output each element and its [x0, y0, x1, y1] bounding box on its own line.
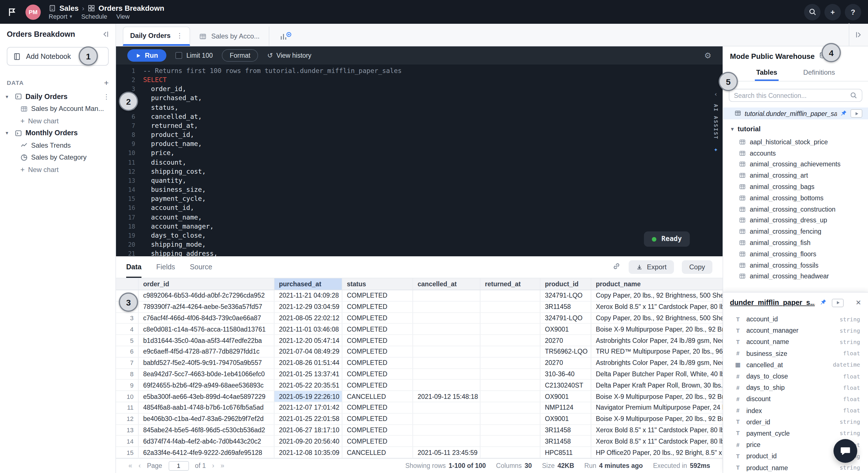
- table-list-item[interactable]: aapl_historical_stock_price: [723, 136, 868, 148]
- kebab-menu-icon[interactable]: ⋮: [103, 93, 110, 101]
- schema-tutorial-header[interactable]: ▾ tutorial: [723, 119, 868, 136]
- connection-selector[interactable]: Mode Public Warehouse ▾: [723, 46, 868, 64]
- limit-checkbox[interactable]: [176, 52, 183, 59]
- table-list-item[interactable]: animal_crossing_fish: [723, 237, 868, 248]
- field-row[interactable]: days_to_close float: [723, 371, 868, 382]
- chat-widget-button[interactable]: [834, 439, 857, 463]
- preview-table-button[interactable]: [832, 298, 844, 307]
- sparkle-icon[interactable]: ✦: [714, 145, 718, 154]
- search-button[interactable]: [804, 4, 820, 20]
- run-button[interactable]: Run: [127, 49, 167, 62]
- tree-item-label: Sales Trends: [31, 141, 71, 149]
- chevron-left-icon[interactable]: ‹: [714, 90, 717, 99]
- table-list-item[interactable]: animal_crossing_headwear: [723, 271, 868, 282]
- limit-checkbox-group[interactable]: Limit 100: [176, 52, 213, 59]
- caret-down-icon[interactable]: ▾: [731, 126, 734, 132]
- avatar[interactable]: PM: [26, 4, 41, 20]
- column-header-returned-at[interactable]: returned_at: [480, 278, 540, 290]
- column-header-order-id[interactable]: order_id: [138, 278, 274, 290]
- view-history-button[interactable]: ↺ View history: [267, 52, 311, 59]
- format-button[interactable]: Format: [222, 49, 258, 62]
- table-name: animal_crossing_bags: [750, 183, 814, 190]
- field-row[interactable]: product_name string: [723, 462, 868, 473]
- close-icon[interactable]: ✕: [856, 299, 861, 307]
- sidebar-item-sales-by-category[interactable]: Sales by Category: [0, 151, 116, 163]
- pin-icon[interactable]: [820, 297, 827, 308]
- table-list-item[interactable]: animal_crossing_fossils: [723, 260, 868, 271]
- field-row[interactable]: account_name string: [723, 336, 868, 348]
- page-number-input[interactable]: [168, 461, 189, 471]
- sidebar-item-daily-orders[interactable]: ▾ Daily Orders ⋮: [0, 91, 116, 103]
- first-page-button[interactable]: «: [128, 462, 132, 470]
- caret-down-icon[interactable]: ▾: [6, 130, 11, 136]
- menu-view[interactable]: View: [116, 13, 130, 20]
- column-header-status[interactable]: status: [342, 278, 413, 290]
- field-row[interactable]: order_id string: [723, 416, 868, 428]
- field-row[interactable]: days_to_ship float: [723, 382, 868, 393]
- field-row[interactable]: discount float: [723, 393, 868, 405]
- connection-search-box[interactable]: [729, 89, 862, 102]
- add-data-icon[interactable]: +: [104, 78, 108, 87]
- field-row[interactable]: cancelled_at datetime: [723, 359, 868, 371]
- table-list-item[interactable]: animal_crossing_achievements: [723, 159, 868, 170]
- field-row[interactable]: index float: [723, 405, 868, 416]
- column-header-cancelled-at[interactable]: cancelled_at: [413, 278, 480, 290]
- table-list-item[interactable]: animal_crossing_bottoms: [723, 192, 868, 204]
- row-number-cell: 3: [116, 313, 138, 323]
- editor-settings-gear-icon[interactable]: ⚙: [704, 51, 711, 60]
- new-chart-button[interactable]: + New chart: [0, 115, 116, 127]
- ai-assist-label[interactable]: AI ASSIST: [711, 104, 720, 140]
- field-row[interactable]: business_size float: [723, 348, 868, 359]
- column-header-purchased-at[interactable]: purchased_at: [274, 278, 342, 290]
- field-row[interactable]: account_id string: [723, 313, 868, 325]
- tab-definitions[interactable]: Definitions: [802, 64, 836, 81]
- table-list-item[interactable]: animal_crossing_construction: [723, 204, 868, 215]
- prev-page-button[interactable]: ‹: [138, 462, 141, 470]
- mode-logo[interactable]: [7, 6, 18, 17]
- sidebar-item-sales-by-account-manager[interactable]: Sales by Account Man...: [0, 103, 116, 115]
- connection-search-input[interactable]: [734, 92, 846, 99]
- table-list-item[interactable]: animal_crossing_fencing: [723, 226, 868, 238]
- code-editor-body[interactable]: 1 -- Returns first 100 rows from tutoria…: [116, 64, 722, 256]
- schema-table-link[interactable]: dunder_mifflin_paper_s...: [730, 299, 815, 307]
- new-button[interactable]: +: [825, 4, 841, 20]
- field-row[interactable]: payment_cycle string: [723, 428, 868, 439]
- preview-table-button[interactable]: [850, 109, 862, 118]
- new-chart-button[interactable]: + New chart: [0, 163, 116, 176]
- table-list-item[interactable]: animal_crossing_floors: [723, 248, 868, 260]
- menu-report[interactable]: Report ▾: [49, 13, 72, 20]
- pinned-table-row[interactable]: tutorial.dunder_mifflin_paper_sales: [723, 107, 868, 119]
- link-icon[interactable]: [613, 262, 621, 273]
- right-panel-collapse-button[interactable]: [849, 23, 868, 46]
- table-list-item[interactable]: animal_crossing_bags: [723, 181, 868, 192]
- line-number: 18: [116, 221, 135, 230]
- table-list-item[interactable]: animal_crossing_art: [723, 170, 868, 181]
- pin-icon[interactable]: [840, 109, 847, 117]
- menu-schedule[interactable]: Schedule: [81, 13, 107, 20]
- table-list-item[interactable]: accounts: [723, 148, 868, 159]
- tab-daily-orders[interactable]: Daily Orders ⋮: [123, 27, 190, 46]
- sidebar-item-monthly-orders[interactable]: ▾ Monthly Orders: [0, 127, 116, 139]
- breadcrumb-report-title[interactable]: Orders Breakdown: [98, 4, 164, 12]
- field-row[interactable]: account_manager string: [723, 325, 868, 336]
- column-header-product-id[interactable]: product_id: [540, 278, 591, 290]
- export-button[interactable]: Export: [629, 260, 674, 274]
- help-button[interactable]: ?: [845, 4, 861, 20]
- add-chart-button[interactable]: [280, 27, 292, 46]
- table-list-item[interactable]: animal_crossing_dress_up: [723, 215, 868, 226]
- kebab-menu-icon[interactable]: ⋮: [176, 32, 183, 40]
- sidebar-collapse-icon[interactable]: [101, 30, 110, 38]
- tab-data[interactable]: Data: [126, 256, 142, 278]
- caret-down-icon[interactable]: ▾: [6, 94, 11, 100]
- column-header-product-name[interactable]: product_name: [591, 278, 722, 290]
- copy-button[interactable]: Copy: [682, 260, 712, 274]
- tab-tables[interactable]: Tables: [755, 64, 778, 81]
- tab-sales-by-account[interactable]: Sales by Acco...: [190, 27, 269, 46]
- breadcrumb-workspace[interactable]: Sales: [59, 4, 79, 12]
- sidebar-item-sales-trends[interactable]: Sales Trends: [0, 139, 116, 151]
- tab-fields[interactable]: Fields: [156, 256, 175, 278]
- ai-assist-strip[interactable]: ‹ AI ASSIST ✦: [710, 90, 721, 154]
- last-page-button[interactable]: »: [220, 462, 224, 470]
- tab-source[interactable]: Source: [190, 256, 212, 278]
- next-page-button[interactable]: ›: [212, 462, 214, 470]
